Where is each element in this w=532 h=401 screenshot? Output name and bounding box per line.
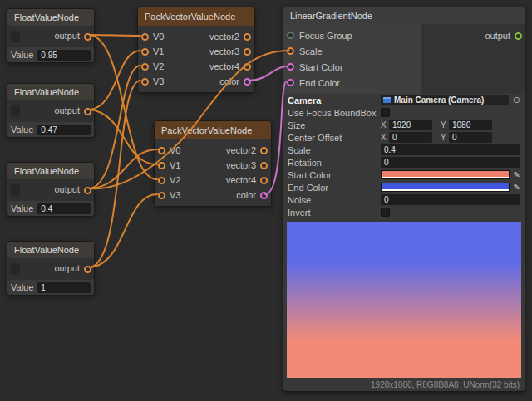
output-port-vector3[interactable] xyxy=(244,48,251,56)
node-body: output xyxy=(7,100,94,122)
port-row: Start Color xyxy=(283,59,421,75)
value-row: Value 0.95 xyxy=(7,47,94,62)
wire[interactable] xyxy=(90,149,157,188)
value-row: Value 0.47 xyxy=(7,122,94,137)
scale-port-label: Scale xyxy=(299,46,323,56)
output-port-color[interactable] xyxy=(244,78,251,86)
pack-vector-node-1[interactable]: PackVectorValueNode V0 vector2 V1 vector… xyxy=(137,7,255,93)
port-row: V3 color xyxy=(155,188,271,203)
camera-object-field[interactable]: Main Camera (Camera) xyxy=(381,95,509,105)
value-input[interactable]: 0.4 xyxy=(37,203,91,214)
port-row: End Color xyxy=(283,75,421,90)
use-focus-checkbox[interactable] xyxy=(381,108,390,117)
output-port-vector3[interactable] xyxy=(260,162,268,169)
object-picker-icon[interactable]: ⊙ xyxy=(513,95,520,105)
use-focus-row: Use Focus BoundBox xyxy=(283,106,525,119)
size-x-field[interactable]: 1920 xyxy=(389,120,432,130)
port-row: V1 vector3 xyxy=(155,158,271,173)
value-label: Value xyxy=(11,125,33,134)
value-input[interactable]: 0.95 xyxy=(37,50,91,61)
input-port-v2[interactable] xyxy=(158,177,165,184)
scale-field[interactable]: 0.4 xyxy=(381,144,520,155)
node-inset xyxy=(11,105,20,117)
value-label: Value xyxy=(11,282,33,292)
camera-row: Camera Main Camera (Camera) ⊙ xyxy=(283,94,525,106)
float-value-node-2[interactable]: FloatValueNode output Value 0.47 xyxy=(7,83,95,138)
size-y-field[interactable]: 1080 xyxy=(449,120,492,130)
linear-gradient-node[interactable]: LinearGradientNode Focus Group Scale Sta… xyxy=(283,7,525,392)
output-port-vector4[interactable] xyxy=(260,177,268,184)
input-port-v0[interactable] xyxy=(141,33,149,41)
end-color-label: End Color xyxy=(288,183,381,193)
noise-field[interactable]: 0 xyxy=(381,194,520,205)
output-port[interactable] xyxy=(84,266,91,273)
port-row: V0 vector2 xyxy=(138,29,254,44)
node-body: V0 vector2 V1 vector3 V2 vector4 V3 colo… xyxy=(138,26,254,92)
input-label: V2 xyxy=(153,61,164,71)
output-label: output xyxy=(485,31,510,41)
start-color-row: Start Color ✎ xyxy=(283,169,525,181)
port-row: Focus Group xyxy=(283,27,421,43)
input-port-v1[interactable] xyxy=(141,48,149,56)
invert-checkbox[interactable] xyxy=(381,208,390,217)
center-y-field[interactable]: 0 xyxy=(449,132,492,143)
center-x-field[interactable]: 0 xyxy=(389,132,432,143)
center-offset-row: Center Offset X 0 Y 0 xyxy=(283,131,525,144)
port-row: V2 vector4 xyxy=(155,173,271,188)
output-port[interactable] xyxy=(84,108,91,115)
output-port-vector2[interactable] xyxy=(244,33,251,41)
rotation-field[interactable]: 0 xyxy=(381,157,520,168)
input-port-v3[interactable] xyxy=(158,192,165,199)
scale-port[interactable] xyxy=(287,47,294,55)
eyedropper-icon[interactable]: ✎ xyxy=(514,170,520,180)
float-value-node-4[interactable]: FloatValueNode output Value 1 xyxy=(7,241,95,296)
output-port-vector2[interactable] xyxy=(260,147,268,154)
camera-label: Camera xyxy=(288,95,381,105)
center-y-label: Y xyxy=(441,133,449,142)
value-row: Value 1 xyxy=(7,280,94,295)
end-color-port[interactable] xyxy=(287,79,294,86)
node-title: FloatValueNode xyxy=(7,163,94,179)
output-port[interactable] xyxy=(84,187,91,194)
invert-label: Invert xyxy=(288,208,381,218)
node-title: PackVectorValueNode xyxy=(138,7,254,26)
node-body: output xyxy=(7,179,94,201)
camera-icon xyxy=(383,97,391,103)
output-port[interactable] xyxy=(84,33,91,41)
rotation-label: Rotation xyxy=(288,158,381,168)
wire[interactable] xyxy=(90,66,140,188)
eyedropper-icon[interactable]: ✎ xyxy=(514,183,520,193)
wire[interactable] xyxy=(90,194,157,267)
wire[interactable] xyxy=(90,35,140,36)
value-input[interactable]: 1 xyxy=(37,282,91,293)
input-port-v1[interactable] xyxy=(158,162,165,169)
rotation-row: Rotation 0 xyxy=(283,156,525,169)
output-port[interactable] xyxy=(515,32,522,40)
output-port-color[interactable] xyxy=(260,192,268,199)
node-body: V0 vector2 V1 vector3 V2 vector4 V3 colo… xyxy=(155,139,271,206)
node-title: FloatValueNode xyxy=(7,242,94,258)
center-x-label: X xyxy=(381,133,389,142)
output-label: output xyxy=(54,105,80,115)
port-row: V0 vector2 xyxy=(155,143,271,158)
wire[interactable] xyxy=(90,81,140,267)
start-color-swatch[interactable] xyxy=(381,170,510,179)
preview-caption: 1920x1080, R8G8B8A8_UNorm(32 bits) xyxy=(283,379,525,391)
pack-vector-node-2[interactable]: PackVectorValueNode V0 vector2 V1 vector… xyxy=(154,120,272,207)
input-port-v2[interactable] xyxy=(141,63,149,71)
input-port-v0[interactable] xyxy=(158,147,165,154)
float-value-node-1[interactable]: FloatValueNode output Value 0.95 xyxy=(7,8,95,63)
invert-row: Invert xyxy=(283,206,525,218)
start-color-port[interactable] xyxy=(287,63,294,71)
end-color-swatch[interactable] xyxy=(381,183,510,192)
value-input[interactable]: 0.47 xyxy=(37,125,91,135)
wire[interactable] xyxy=(90,110,157,164)
focus-group-port[interactable] xyxy=(287,32,294,39)
focus-group-label: Focus Group xyxy=(299,31,352,41)
end-color-row: End Color ✎ xyxy=(283,181,525,193)
wire[interactable] xyxy=(90,51,140,110)
float-value-node-3[interactable]: FloatValueNode output Value 0.4 xyxy=(7,162,95,217)
output-port-vector4[interactable] xyxy=(244,63,251,71)
size-row: Size X 1920 Y 1080 xyxy=(283,119,525,131)
input-port-v3[interactable] xyxy=(141,78,149,86)
